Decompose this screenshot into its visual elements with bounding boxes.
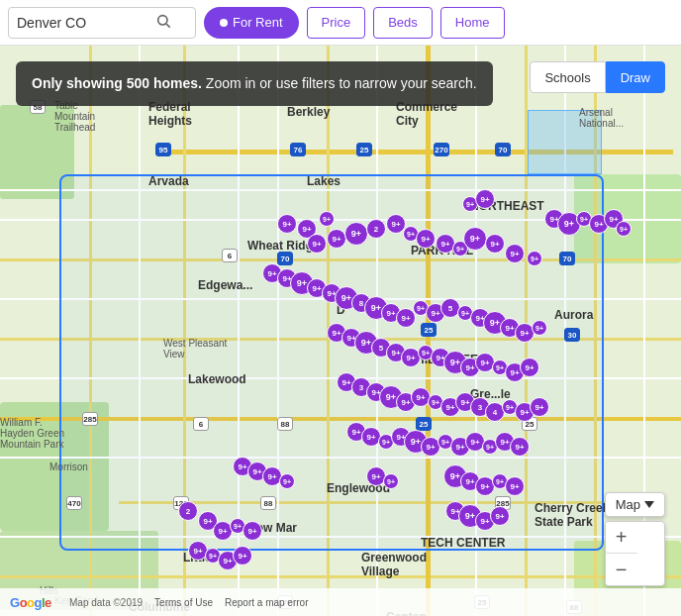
home-filter[interactable]: Home xyxy=(440,7,505,39)
price-filter[interactable]: Price xyxy=(307,7,366,39)
highway-6-low: 6 xyxy=(193,417,209,431)
highway-270: 270 xyxy=(434,143,449,156)
zoom-controls: + − xyxy=(605,521,665,586)
listing-marker[interactable]: 9+ xyxy=(520,358,539,377)
map-background: TableMountainTrailhead FederalHeights Be… xyxy=(0,46,681,616)
listing-marker[interactable]: 9+ xyxy=(530,397,549,417)
map-type-button[interactable]: Map xyxy=(605,492,665,517)
listing-marker[interactable]: 9+ xyxy=(277,214,297,234)
highway-76: 76 xyxy=(290,143,306,156)
beds-filter[interactable]: Beds xyxy=(373,7,433,39)
listing-marker[interactable]: 9+ xyxy=(527,251,542,266)
listing-marker[interactable]: 9+ xyxy=(490,506,510,526)
highway-70-top: 70 xyxy=(495,143,511,156)
highway-6: 6 xyxy=(222,249,238,262)
listing-marker[interactable]: 9+ xyxy=(616,221,632,237)
map-type-label: Map xyxy=(616,497,640,512)
arsenal-national-area xyxy=(528,110,602,174)
listing-marker[interactable]: 2 xyxy=(178,501,198,521)
listing-marker[interactable]: 9+ xyxy=(279,473,295,489)
road-s2 xyxy=(0,575,681,578)
report-link[interactable]: Report a map error xyxy=(225,597,308,608)
for-rent-filter[interactable]: For Rent xyxy=(204,7,299,39)
listing-marker[interactable]: 9+ xyxy=(475,189,495,209)
svg-point-0 xyxy=(158,15,167,24)
highway-470-s: 470 xyxy=(66,496,82,510)
listing-marker[interactable]: 9+ xyxy=(532,320,547,336)
for-rent-dot xyxy=(220,19,228,27)
listing-marker[interactable]: 9+ xyxy=(319,211,335,227)
highway-88-low: 88 xyxy=(260,496,276,510)
search-input[interactable] xyxy=(17,15,155,31)
map-label-greenwood: GreenwoodVillage xyxy=(361,551,427,578)
highway-70-r: 70 xyxy=(559,252,575,265)
search-box[interactable] xyxy=(8,7,196,39)
svg-line-1 xyxy=(166,24,170,28)
map-bottom-controls: Map + − xyxy=(605,492,665,586)
listing-marker[interactable]: 9+ xyxy=(383,473,399,489)
terms-link[interactable]: Terms of Use xyxy=(154,597,213,608)
search-button[interactable] xyxy=(155,13,171,33)
schools-button[interactable]: Schools xyxy=(530,61,605,93)
listing-marker[interactable]: 9+ xyxy=(485,234,505,254)
notification-text: Zoom in or use filters to narrow your se… xyxy=(206,75,477,91)
listing-marker[interactable]: 9+ xyxy=(344,222,368,246)
zoom-in-button[interactable]: + xyxy=(606,522,637,554)
listing-marker[interactable]: 9+ xyxy=(233,546,252,565)
map-copyright: Map data ©2019 xyxy=(69,597,143,608)
listing-marker[interactable]: 9+ xyxy=(416,229,436,249)
highway-285: 285 xyxy=(82,412,98,426)
listing-marker[interactable]: 9+ xyxy=(463,227,487,251)
listing-marker[interactable]: 9+ xyxy=(243,521,262,541)
zoom-out-button[interactable]: − xyxy=(606,554,637,585)
draw-button[interactable]: Draw xyxy=(606,61,665,93)
highway-i25-low: 25 xyxy=(416,417,432,431)
map-label-berkley: Berkley xyxy=(287,105,330,119)
notification-bold: Only showing 500 homes. xyxy=(32,75,202,91)
notification-banner: Only showing 500 homes. Zoom in or use f… xyxy=(16,61,493,106)
highway-i70-mid: 70 xyxy=(277,252,293,265)
listing-marker[interactable]: 9+ xyxy=(327,229,346,249)
listing-marker[interactable]: 9+ xyxy=(307,234,327,254)
header: For Rent Price Beds Home xyxy=(0,0,681,46)
map-container[interactable]: TableMountainTrailhead FederalHeights Be… xyxy=(0,46,681,616)
listing-marker[interactable]: 9+ xyxy=(505,476,525,496)
highway-70-right: 30 xyxy=(564,328,580,342)
highway-95: 95 xyxy=(155,143,171,156)
highway-88: 88 xyxy=(277,417,293,431)
google-logo: Google xyxy=(10,595,51,610)
map-controls-top: Schools Draw xyxy=(530,61,665,93)
listing-marker[interactable]: 2 xyxy=(366,219,386,239)
highway-25-top: 25 xyxy=(356,143,372,156)
listing-marker[interactable]: 9+ xyxy=(510,437,530,457)
listing-marker[interactable]: 9+ xyxy=(505,244,525,263)
bottom-bar: Google Map data ©2019 Terms of Use Repor… xyxy=(0,588,681,616)
highway-25-mid: 25 xyxy=(421,323,437,337)
